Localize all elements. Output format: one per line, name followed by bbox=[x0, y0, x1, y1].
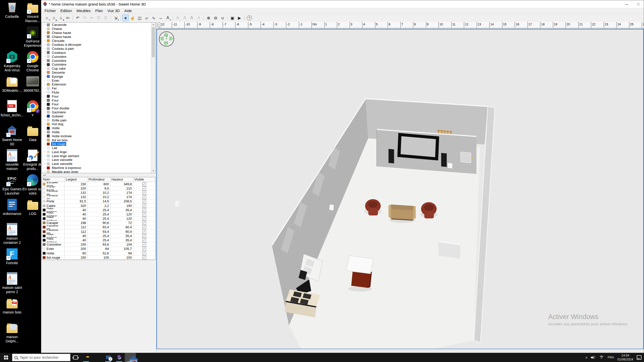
cell-largeur[interactable]: 150 bbox=[65, 255, 88, 259]
catalog-item-lave-vaisselle[interactable]: Lave vaisselle bbox=[42, 158, 151, 162]
cell-visible[interactable]: ✓ bbox=[133, 212, 155, 216]
catalog-item-fer[interactable]: Fer bbox=[42, 86, 151, 90]
new-home-button[interactable]: ⌂+ bbox=[44, 15, 50, 21]
open-home-button[interactable]: ⌂▸ bbox=[51, 15, 57, 21]
table-row[interactable]: Fauteuil Wi...11293,480,4✓ bbox=[42, 225, 155, 230]
cell-hauteur[interactable]: 72 bbox=[110, 221, 133, 225]
table-row[interactable]: Fauteuil Wi...11293,480,4✓ bbox=[42, 230, 155, 234]
catalog-item-casserole[interactable]: Casserole bbox=[42, 23, 151, 27]
cell-nom[interactable]: Escalier droit bbox=[42, 182, 65, 186]
cell-largeur[interactable]: 40 bbox=[65, 217, 88, 221]
cell-nom[interactable]: Cadre bbox=[42, 204, 65, 208]
table-row[interactable]: Escalier droit150600349,8✓ bbox=[42, 182, 155, 186]
table-row[interactable]: Cadre3202,2190✓ bbox=[42, 204, 155, 208]
table-row[interactable]: Haut parleur4025,435,4✓ bbox=[42, 208, 155, 212]
catalog-item-grille-pain[interactable]: Grille pain bbox=[42, 118, 151, 122]
cell-hauteur[interactable]: 104 bbox=[110, 243, 133, 247]
save-home-button[interactable]: ⌂▾ bbox=[58, 15, 64, 21]
visible-checkbox[interactable]: ✓ bbox=[142, 191, 146, 195]
cell-visible[interactable]: ✓ bbox=[133, 221, 155, 225]
table-row[interactable]: Haut parleur4025,435,4✓ bbox=[42, 238, 155, 242]
cell-profondeur[interactable]: 10,2 bbox=[88, 191, 110, 195]
desktop-icon-maison-delphi-[interactable]: maison Delphi... bbox=[1, 321, 24, 343]
visible-checkbox[interactable]: ✓ bbox=[142, 182, 146, 186]
cell-nom[interactable]: Hotte bbox=[42, 251, 65, 255]
table-row[interactable]: Haut parleur4025,4120✓ bbox=[42, 217, 155, 221]
taskbar-app-edge[interactable] bbox=[92, 353, 103, 362]
cell-profondeur[interactable]: 52,6 bbox=[88, 251, 110, 255]
catalog-item-evier[interactable]: Evier bbox=[42, 78, 151, 82]
catalog-item-cuisinière[interactable]: Cuisinière bbox=[42, 55, 151, 59]
catalog-item-cuisinière[interactable]: Cuisinière bbox=[42, 59, 151, 63]
cell-profondeur[interactable]: 90,6 bbox=[88, 221, 110, 225]
cell-hauteur[interactable]: 80,4 bbox=[110, 230, 133, 234]
menu-aide[interactable]: Aide bbox=[122, 8, 134, 13]
taskbar-app-mail[interactable]: ✉1 bbox=[103, 353, 114, 362]
cell-profondeur[interactable]: 105 bbox=[88, 255, 110, 259]
cell-profondeur[interactable]: 25,4 bbox=[88, 238, 110, 242]
catalog-item-meuble-avec-évier[interactable]: Meuble avec évier bbox=[42, 170, 151, 173]
cell-visible[interactable]: ✓ bbox=[133, 199, 155, 203]
scroll-down-icon[interactable]: ▼ bbox=[151, 169, 155, 173]
cell-hauteur[interactable]: 349,8 bbox=[110, 182, 133, 186]
cell-hauteur[interactable]: 80,4 bbox=[110, 225, 133, 229]
zoom-in-button[interactable]: ⊕ bbox=[205, 15, 212, 21]
catalog-item-hotte[interactable]: Hotte bbox=[42, 130, 151, 134]
cell-nom[interactable]: Cuisinière bbox=[42, 243, 65, 247]
cell-largeur[interactable]: 60 bbox=[65, 251, 88, 255]
cell-largeur[interactable]: 132 bbox=[65, 191, 88, 195]
desktop-icon-3dmodels--[interactable]: 3DModels-... bbox=[1, 75, 24, 93]
cell-largeur[interactable]: 40 bbox=[65, 238, 88, 242]
cell-visible[interactable]: ✓ bbox=[133, 234, 155, 238]
cell-profondeur[interactable]: 93,6 bbox=[88, 243, 110, 247]
3d-navigation-compass[interactable]: ▲▼ bbox=[159, 31, 174, 47]
cell-visible[interactable]: ✓ bbox=[133, 182, 155, 186]
create-video-button[interactable]: ▶ bbox=[236, 15, 243, 21]
cell-visible[interactable]: ✓ bbox=[133, 217, 155, 221]
maximize-button[interactable]: □ bbox=[636, 2, 641, 6]
cell-hauteur[interactable]: 120 bbox=[110, 217, 133, 221]
zoom-out-button[interactable]: ⊖ bbox=[212, 15, 219, 21]
cell-hauteur[interactable]: 35,4 bbox=[110, 208, 133, 212]
cell-largeur[interactable]: 150 bbox=[65, 243, 88, 247]
menu-vue-3d[interactable]: Vue 3D bbox=[105, 8, 122, 13]
catalog-item-eponge[interactable]: Eponge bbox=[42, 74, 151, 78]
create-photo-button[interactable]: ▣ bbox=[229, 15, 236, 21]
catalog-item-hotte-inclinée[interactable]: Hotte inclinée bbox=[42, 134, 151, 138]
cell-nom[interactable]: Fauteuil Wi... bbox=[42, 230, 65, 234]
create-walls-button[interactable]: ◫ bbox=[136, 15, 143, 21]
cell-visible[interactable]: ✓ bbox=[133, 255, 155, 259]
minimize-button[interactable]: — bbox=[624, 2, 629, 6]
catalog-item-lave-linge[interactable]: Lave linge bbox=[42, 150, 151, 154]
catalog-item-couteau-à-découper[interactable]: Couteau à découper bbox=[42, 43, 151, 47]
catalog-item-cup-cake[interactable]: Cup cake bbox=[42, 67, 151, 71]
cell-largeur[interactable]: 91,5 bbox=[65, 199, 88, 203]
cell-nom[interactable]: Haut parleur bbox=[42, 238, 65, 242]
cell-profondeur[interactable]: 600 bbox=[88, 182, 110, 186]
start-button[interactable] bbox=[0, 353, 12, 362]
cell-visible[interactable]: ✓ bbox=[133, 238, 155, 242]
desktop-icon-nouvelle-maison[interactable]: Anouvelle maison bbox=[1, 149, 24, 171]
column-header-profondeur[interactable]: Profondeur bbox=[88, 177, 110, 182]
catalog-item-lait[interactable]: Lait bbox=[42, 146, 151, 150]
virtual-visit-button[interactable]: ∪ bbox=[219, 15, 226, 21]
visible-checkbox[interactable]: ✓ bbox=[142, 208, 146, 212]
visible-checkbox[interactable]: ✓ bbox=[142, 230, 146, 234]
cell-nom[interactable]: Fenêtre do... bbox=[42, 191, 65, 195]
table-row[interactable]: Haut parleur4025,435,4✓ bbox=[42, 234, 155, 238]
desktop-icon-fortnite[interactable]: F↗Fortnite bbox=[1, 247, 24, 265]
cell-largeur[interactable]: 198 bbox=[65, 221, 88, 225]
cell-largeur[interactable]: 150 bbox=[65, 182, 88, 186]
catalog-item-four-double[interactable]: Four double bbox=[42, 106, 151, 110]
create-polylines-button[interactable]: ∿ bbox=[150, 15, 157, 21]
panel-splitter[interactable]: ▴▾ bbox=[42, 174, 156, 177]
table-row[interactable]: Cuisinière15093,6104✓ bbox=[42, 243, 155, 247]
cell-profondeur[interactable]: 93,4 bbox=[88, 230, 110, 234]
bold-button[interactable]: A bbox=[188, 15, 195, 21]
catalog-item-ilot-rouge[interactable]: Ilot rouge bbox=[42, 142, 151, 146]
catalog-item-chaise-haute[interactable]: Chaise haute bbox=[42, 35, 151, 39]
catalog-item-four[interactable]: Four bbox=[42, 98, 151, 102]
cell-hauteur[interactable]: 190 bbox=[110, 204, 133, 208]
catalog-item-four[interactable]: Four bbox=[42, 102, 151, 106]
visible-checkbox[interactable]: ✓ bbox=[142, 212, 146, 216]
